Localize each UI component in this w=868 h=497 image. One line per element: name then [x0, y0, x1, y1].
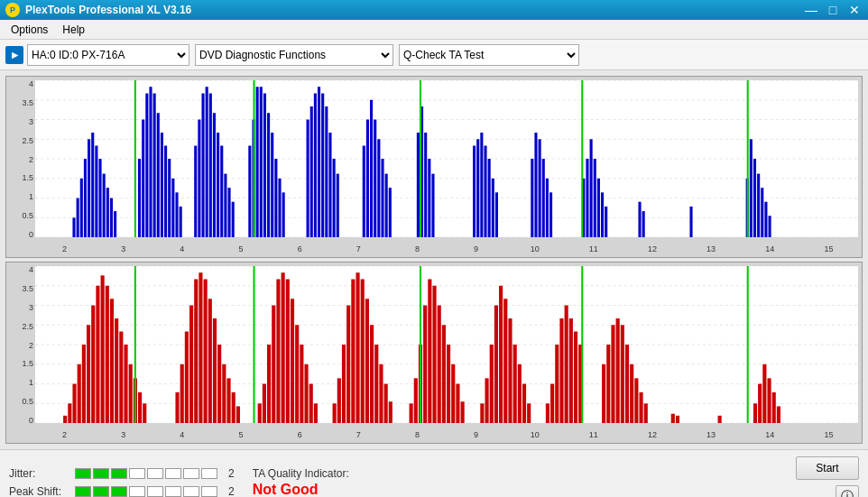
y-label-4: 4: [8, 80, 33, 88]
drive-select[interactable]: HA:0 ID:0 PX-716A: [27, 44, 189, 66]
drive-icon: ▶: [5, 46, 23, 64]
svg-rect-163: [300, 345, 303, 423]
svg-rect-146: [204, 280, 208, 424]
svg-rect-24: [145, 94, 148, 238]
svg-rect-129: [96, 286, 99, 423]
x-label-b10: 10: [505, 430, 564, 439]
svg-rect-198: [508, 318, 512, 423]
svg-rect-68: [377, 139, 380, 237]
svg-rect-45: [248, 146, 251, 238]
x-label-b11: 11: [564, 430, 623, 439]
peakshift-value: 2: [228, 485, 235, 497]
test-select[interactable]: Q-Check TA Test: [399, 44, 579, 66]
svg-rect-153: [236, 406, 240, 423]
svg-rect-189: [451, 364, 455, 423]
x-label-b2: 2: [35, 430, 94, 439]
svg-rect-128: [91, 306, 95, 424]
svg-rect-10: [72, 217, 75, 237]
titlebar: P PlexTools Professional XL V3.16 — □ ✕: [0, 0, 868, 20]
svg-rect-142: [185, 332, 189, 424]
svg-rect-214: [616, 318, 620, 423]
svg-rect-60: [325, 106, 328, 237]
svg-rect-22: [138, 159, 141, 237]
svg-rect-220: [644, 403, 648, 423]
svg-rect-193: [485, 378, 488, 423]
app-logo: P: [5, 3, 20, 17]
app-title: PlexTools Professional XL V3.16: [25, 4, 191, 16]
svg-rect-11: [77, 198, 79, 238]
svg-rect-160: [286, 280, 290, 424]
svg-rect-18: [103, 174, 106, 237]
toolbar: ▶ HA:0 ID:0 PX-716A DVD Diagnostic Funct…: [0, 40, 868, 70]
maximize-button[interactable]: □: [825, 4, 841, 16]
svg-rect-127: [87, 325, 90, 423]
peakshift-cell-3: [111, 486, 127, 497]
quality-label: TA Quality Indicator:: [253, 467, 349, 480]
svg-rect-161: [291, 299, 294, 423]
svg-rect-81: [488, 159, 491, 237]
x-label-b5: 5: [211, 430, 270, 439]
svg-rect-126: [82, 345, 86, 423]
svg-rect-132: [110, 299, 114, 423]
peakshift-cell-6: [165, 486, 181, 497]
svg-rect-168: [337, 378, 341, 423]
titlebar-left: P PlexTools Professional XL V3.16: [5, 3, 191, 17]
y-label-b15: 1.5: [8, 360, 33, 368]
x-label-7: 7: [329, 244, 388, 253]
svg-rect-66: [370, 100, 373, 237]
close-button[interactable]: ✕: [846, 4, 863, 16]
svg-rect-213: [611, 325, 614, 423]
svg-rect-16: [95, 146, 97, 238]
svg-rect-207: [565, 306, 568, 424]
info-button[interactable]: ⓘ: [836, 485, 859, 497]
svg-rect-67: [374, 120, 376, 238]
svg-rect-42: [224, 174, 226, 237]
start-button[interactable]: Start: [796, 456, 859, 480]
svg-rect-95: [601, 192, 604, 237]
jitter-cell-3: [111, 468, 127, 479]
function-select[interactable]: DVD Diagnostic Functions: [195, 44, 393, 66]
svg-rect-30: [168, 159, 171, 237]
jitter-label: Jitter:: [9, 467, 68, 480]
svg-rect-39: [213, 113, 216, 237]
svg-rect-183: [423, 306, 427, 424]
x-label-12: 12: [623, 244, 681, 253]
svg-rect-71: [389, 188, 392, 237]
svg-rect-155: [263, 384, 266, 424]
menubar: Options Help: [0, 20, 868, 40]
jitter-cell-7: [183, 468, 199, 479]
svg-rect-139: [143, 403, 146, 423]
svg-rect-34: [194, 146, 197, 238]
svg-rect-221: [671, 414, 675, 423]
svg-rect-201: [522, 384, 526, 424]
svg-rect-69: [381, 159, 383, 237]
svg-rect-53: [278, 179, 281, 237]
svg-rect-136: [129, 364, 133, 423]
svg-rect-70: [385, 174, 388, 237]
svg-rect-134: [119, 332, 123, 424]
peakshift-row: Peak Shift: 2: [9, 485, 235, 497]
svg-rect-162: [295, 325, 299, 423]
svg-rect-72: [417, 133, 420, 237]
x-label-10: 10: [505, 244, 564, 253]
svg-rect-20: [110, 198, 113, 238]
svg-rect-135: [124, 345, 127, 423]
menu-options[interactable]: Options: [4, 22, 55, 38]
svg-rect-156: [267, 345, 271, 423]
svg-rect-33: [180, 207, 182, 237]
svg-rect-48: [260, 87, 263, 237]
minimize-button[interactable]: —: [803, 4, 819, 16]
svg-rect-140: [175, 392, 179, 423]
drive-selector: ▶ HA:0 ID:0 PX-716A: [5, 44, 189, 66]
svg-rect-99: [689, 207, 692, 237]
svg-rect-229: [777, 406, 780, 423]
x-label-5: 5: [211, 244, 270, 253]
menu-help[interactable]: Help: [55, 22, 92, 38]
jitter-cell-5: [147, 468, 163, 479]
svg-rect-86: [539, 139, 541, 237]
x-label-b8: 8: [388, 430, 447, 439]
x-label-14: 14: [741, 244, 799, 253]
top-chart-panel: 0 0.5 1 1.5 2 2.5 3 3.5 4: [5, 76, 863, 258]
svg-rect-174: [365, 299, 369, 423]
svg-rect-84: [531, 159, 533, 237]
